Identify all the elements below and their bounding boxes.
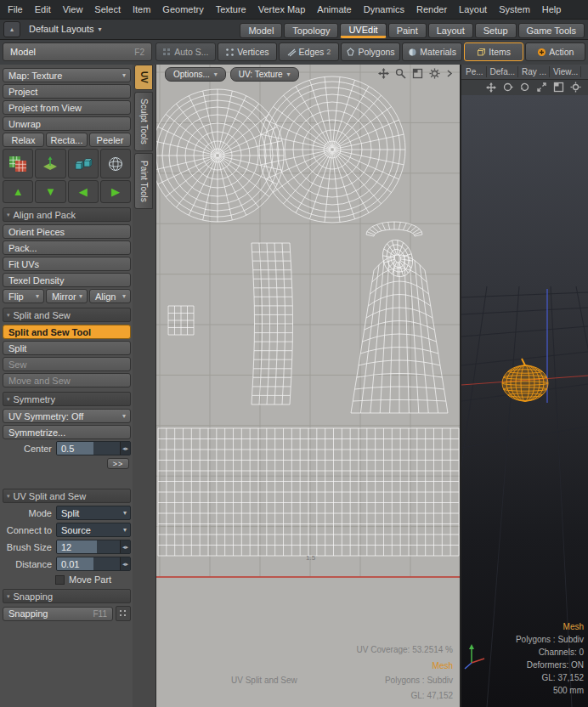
project-axis-icon-button[interactable] (35, 149, 65, 178)
menu-select[interactable]: Select (88, 4, 127, 14)
gear-icon[interactable] (429, 68, 440, 81)
layout-up-icon[interactable]: ▴ (3, 21, 20, 37)
unwrap-button[interactable]: Unwrap (3, 116, 131, 131)
orient-pieces-button[interactable]: Orient Pieces (3, 224, 131, 239)
zoom-icon[interactable] (395, 68, 406, 81)
move-left-button[interactable]: ◀ (68, 180, 99, 203)
uv-canvas-svg[interactable] (156, 65, 460, 707)
layout-tab-setup[interactable]: Setup (475, 23, 517, 38)
more-icon[interactable] (446, 68, 453, 81)
center-minislider[interactable]: 0.5 ◂▸ (56, 441, 131, 455)
move-part-checkbox[interactable] (55, 575, 65, 585)
menu-edit[interactable]: Edit (29, 4, 57, 14)
viewport-tab-ray[interactable]: Ray ... (519, 66, 550, 77)
move-right-button[interactable]: ▶ (100, 180, 131, 203)
layout-tab-layout[interactable]: Layout (428, 23, 473, 38)
pack-button[interactable]: Pack... (3, 240, 131, 255)
align-dropdown[interactable]: Align▾ (89, 289, 131, 303)
tab-paint-tools[interactable]: Paint Tools (134, 153, 153, 209)
viewport-tab-view[interactable]: View... (551, 66, 581, 77)
move-down-button[interactable]: ▼ (35, 180, 65, 203)
roll-icon[interactable] (519, 82, 530, 94)
flip-dropdown[interactable]: Flip▾ (3, 289, 44, 303)
default-layouts-dropdown[interactable]: Default Layouts ▾ (25, 24, 105, 34)
layout-tab-game-tools[interactable]: Game Tools (518, 23, 585, 38)
menu-view[interactable]: View (57, 4, 89, 14)
fit-uvs-button[interactable]: Fit UVs (3, 257, 131, 271)
symmetrize-button[interactable]: Symmetrize... (3, 425, 131, 439)
menu-render[interactable]: Render (410, 4, 453, 14)
more-options-button[interactable]: >> (107, 458, 129, 469)
tab-polygons[interactable]: Polygons (341, 42, 401, 61)
uv-editor-viewport[interactable]: Options... ▾ UV: Texture ▾ 1.5 UV Covera… (155, 65, 460, 707)
split-and-sew-tool-button[interactable]: Split and Sew Tool (3, 325, 131, 339)
boxes-icon-button[interactable] (68, 149, 99, 178)
menu-geometry[interactable]: Geometry (156, 4, 209, 14)
connect-to-dropdown[interactable]: Source ▾ (56, 523, 131, 537)
uv-texture-dropdown[interactable]: UV: Texture ▾ (230, 67, 299, 82)
align-pack-header[interactable]: ▾Align and Pack (3, 207, 131, 222)
viewport-tab-default[interactable]: Defa... (488, 66, 518, 77)
perspective-3d-scene[interactable]: Mesh Polygons : Subdiv Channels: 0 Defor… (461, 95, 588, 707)
frame-icon[interactable] (412, 68, 423, 81)
uv-split-sew-header[interactable]: ▾UV Split and Sew (3, 489, 131, 503)
gear-icon[interactable] (570, 82, 581, 94)
snapping-header[interactable]: ▾Snapping (3, 589, 131, 603)
project-from-view-button[interactable]: Project from View (3, 100, 131, 115)
tab-action[interactable]: Action (525, 42, 585, 61)
menu-layout[interactable]: Layout (453, 4, 493, 14)
mode-dropdown[interactable]: Split ▾ (56, 506, 131, 520)
menu-animate[interactable]: Animate (311, 4, 357, 14)
menu-vertex-map[interactable]: Vertex Map (252, 4, 312, 14)
relax-button[interactable]: Relax (3, 133, 44, 147)
peeler-button[interactable]: Peeler (89, 133, 131, 147)
layout-tab-uvedit[interactable]: UVEdit (340, 23, 386, 38)
uv-map-icon-button[interactable] (3, 149, 33, 178)
layout-tab-paint[interactable]: Paint (388, 23, 427, 38)
uv-symmetry-dropdown[interactable]: UV Symmetry: Off▾ (3, 409, 131, 423)
menu-help[interactable]: Help (536, 4, 568, 14)
menu-texture[interactable]: Texture (210, 4, 252, 14)
expand-icon[interactable] (536, 82, 547, 94)
viewport-scene-svg[interactable] (461, 95, 588, 707)
rectangle-button[interactable]: Recta... (46, 133, 88, 147)
tab-edges[interactable]: Edges 2 (279, 42, 339, 61)
texel-density-button[interactable]: Texel Density (3, 273, 131, 287)
distance-minislider[interactable]: 0.01 ◂▸ (56, 557, 131, 571)
stepper-arrows-icon[interactable]: ◂▸ (120, 557, 130, 570)
split-sew-header[interactable]: ▾Split and Sew (3, 308, 131, 322)
move-and-sew-button[interactable]: Move and Sew (3, 373, 131, 387)
brush-size-minislider[interactable]: 12 ◂▸ (56, 540, 131, 554)
layout-tab-topology[interactable]: Topology (284, 23, 338, 38)
move-up-button[interactable]: ▲ (3, 180, 33, 203)
menu-file[interactable]: File (2, 4, 29, 14)
stepper-arrows-icon[interactable]: ◂▸ (120, 442, 130, 455)
move-part-checkbox-row[interactable]: Move Part (3, 574, 131, 585)
symmetry-header[interactable]: ▾Symmetry (3, 392, 131, 406)
tab-sculpt-tools[interactable]: Sculpt Tools (134, 92, 153, 151)
pan-icon[interactable] (486, 82, 496, 94)
split-button[interactable]: Split (3, 341, 131, 355)
tab-uv[interactable]: UV (134, 65, 153, 90)
tab-vertices[interactable]: Vertices (218, 42, 278, 61)
sew-button[interactable]: Sew (3, 357, 131, 371)
tab-auto-select[interactable]: Auto S... (155, 42, 216, 61)
menu-item[interactable]: Item (127, 4, 156, 14)
mirror-dropdown[interactable]: Mirror▾ (46, 289, 88, 303)
frame-icon[interactable] (553, 82, 564, 94)
project-button[interactable]: Project (3, 84, 131, 99)
tab-items[interactable]: Items (464, 42, 524, 61)
map-selector-dropdown[interactable]: Map: Texture ▾ (3, 68, 131, 82)
sphere-icon-button[interactable] (100, 149, 131, 178)
menu-dynamics[interactable]: Dynamics (358, 4, 410, 14)
tab-materials[interactable]: Materials (402, 42, 462, 61)
viewport-tab-perspective[interactable]: Pe... (463, 66, 487, 77)
snapping-options-icon[interactable] (116, 606, 131, 621)
pan-icon[interactable] (378, 68, 389, 81)
menu-system[interactable]: System (493, 4, 536, 14)
stepper-arrows-icon[interactable]: ◂▸ (120, 540, 130, 553)
orbit-icon[interactable] (502, 82, 513, 94)
model-selector-button[interactable]: Model F2 (3, 42, 152, 61)
layout-tab-model[interactable]: Model (240, 23, 282, 38)
options-button[interactable]: Options... ▾ (165, 67, 226, 82)
